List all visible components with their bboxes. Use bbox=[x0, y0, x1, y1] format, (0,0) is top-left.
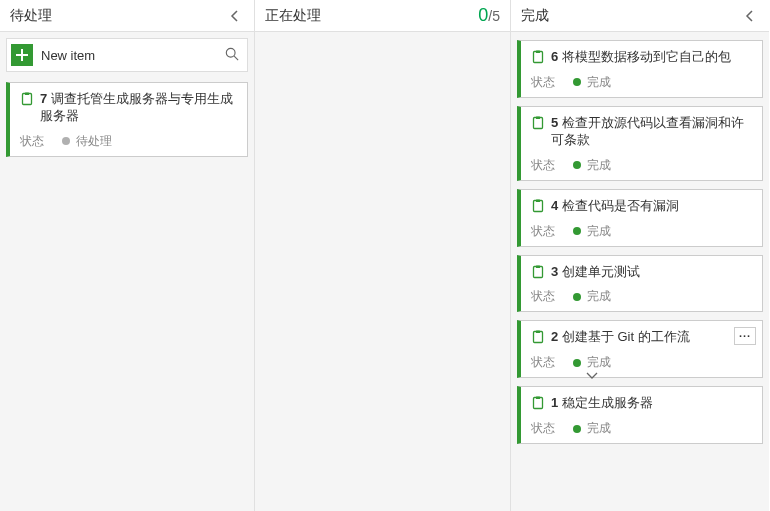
new-item-row[interactable]: New item bbox=[6, 38, 248, 72]
svg-rect-13 bbox=[536, 331, 540, 334]
status-value: 完成 bbox=[573, 223, 611, 240]
card-title: 2 创建基于 Git 的工作流 bbox=[551, 329, 690, 346]
card-title: 3 创建单元测试 bbox=[551, 264, 640, 281]
svg-rect-3 bbox=[25, 93, 29, 96]
column-done-title: 完成 bbox=[521, 7, 549, 25]
card-status-row: 状态完成 bbox=[531, 74, 752, 91]
status-dot-icon bbox=[573, 78, 581, 86]
clipboard-icon bbox=[531, 50, 545, 64]
card-title: 4 检查代码是否有漏洞 bbox=[551, 198, 679, 215]
column-processing-header: 正在处理 0/5 bbox=[255, 0, 510, 32]
card[interactable]: 4 检查代码是否有漏洞状态完成 bbox=[517, 189, 763, 247]
status-label: 状态 bbox=[531, 74, 555, 91]
chevron-down-icon[interactable] bbox=[586, 369, 598, 383]
svg-rect-15 bbox=[536, 397, 540, 400]
status-value: 完成 bbox=[573, 420, 611, 437]
card-title: 5 检查开放源代码以查看漏洞和许可条款 bbox=[551, 115, 752, 149]
svg-rect-11 bbox=[536, 265, 540, 268]
clipboard-icon bbox=[531, 396, 545, 410]
svg-point-0 bbox=[226, 48, 235, 57]
status-value: 完成 bbox=[573, 354, 611, 371]
status-label: 状态 bbox=[531, 157, 555, 174]
svg-line-1 bbox=[234, 56, 238, 60]
card-status-row: 状态 待处理 bbox=[20, 133, 237, 150]
status-label: 状态 bbox=[531, 420, 555, 437]
card-status-row: 状态完成 bbox=[531, 288, 752, 305]
column-pending-body: New item 7 调查托管生成服务器与专用生成服务器 状态 待处理 bbox=[0, 32, 254, 511]
status-label: 状态 bbox=[20, 133, 44, 150]
clipboard-icon bbox=[531, 199, 545, 213]
status-dot-icon bbox=[573, 425, 581, 433]
card-title: 6 将模型数据移动到它自己的包 bbox=[551, 49, 731, 66]
status-label: 状态 bbox=[531, 223, 555, 240]
add-button[interactable] bbox=[11, 44, 33, 66]
card-status-row: 状态完成 bbox=[531, 157, 752, 174]
svg-rect-14 bbox=[534, 398, 543, 409]
svg-rect-10 bbox=[534, 266, 543, 277]
status-dot-icon bbox=[573, 293, 581, 301]
status-value: 待处理 bbox=[62, 133, 112, 150]
card-title-row: 1 稳定生成服务器 bbox=[531, 395, 752, 412]
svg-rect-12 bbox=[534, 332, 543, 343]
card-title: 1 稳定生成服务器 bbox=[551, 395, 653, 412]
clipboard-icon bbox=[531, 330, 545, 344]
card-title-row: 5 检查开放源代码以查看漏洞和许可条款 bbox=[531, 115, 752, 149]
card[interactable]: 5 检查开放源代码以查看漏洞和许可条款状态完成 bbox=[517, 106, 763, 181]
collapse-button[interactable] bbox=[741, 7, 759, 25]
status-dot-icon bbox=[573, 161, 581, 169]
svg-rect-9 bbox=[536, 199, 540, 202]
svg-rect-7 bbox=[536, 116, 540, 119]
status-dot-icon bbox=[573, 359, 581, 367]
status-dot-icon bbox=[62, 137, 70, 145]
new-item-label: New item bbox=[41, 48, 225, 63]
column-processing-title: 正在处理 bbox=[265, 7, 321, 25]
status-value: 完成 bbox=[573, 74, 611, 91]
svg-rect-4 bbox=[534, 52, 543, 63]
card-title: 7 调查托管生成服务器与专用生成服务器 bbox=[40, 91, 237, 125]
column-processing: 正在处理 0/5 bbox=[255, 0, 511, 511]
card-title-row: 2 创建基于 Git 的工作流 bbox=[531, 329, 752, 346]
card[interactable]: 6 将模型数据移动到它自己的包状态完成 bbox=[517, 40, 763, 98]
search-icon[interactable] bbox=[225, 47, 239, 64]
column-done-body: 6 将模型数据移动到它自己的包状态完成5 检查开放源代码以查看漏洞和许可条款状态… bbox=[511, 32, 769, 511]
column-done: 完成 6 将模型数据移动到它自己的包状态完成5 检查开放源代码以查看漏洞和许可条… bbox=[511, 0, 769, 511]
status-dot-icon bbox=[573, 227, 581, 235]
column-pending-title: 待处理 bbox=[10, 7, 52, 25]
clipboard-icon bbox=[531, 265, 545, 279]
column-pending: 待处理 New item 7 调查托管生成服务器与专用生成服务器 状态 bbox=[0, 0, 255, 511]
svg-rect-2 bbox=[23, 94, 32, 105]
column-done-header: 完成 bbox=[511, 0, 769, 32]
card-more-button[interactable]: ··· bbox=[734, 327, 756, 345]
column-pending-header: 待处理 bbox=[0, 0, 254, 32]
card-title-row: 4 检查代码是否有漏洞 bbox=[531, 198, 752, 215]
clipboard-icon bbox=[531, 116, 545, 130]
status-value: 完成 bbox=[573, 288, 611, 305]
plus-icon bbox=[15, 48, 29, 62]
status-label: 状态 bbox=[531, 354, 555, 371]
column-processing-count: 0/5 bbox=[478, 5, 500, 26]
card[interactable]: 1 稳定生成服务器状态完成 bbox=[517, 386, 763, 444]
svg-rect-5 bbox=[536, 51, 540, 54]
svg-rect-6 bbox=[534, 117, 543, 128]
clipboard-icon bbox=[20, 92, 34, 106]
card[interactable]: 3 创建单元测试状态完成 bbox=[517, 255, 763, 313]
card-status-row: 状态完成 bbox=[531, 420, 752, 437]
status-value: 完成 bbox=[573, 157, 611, 174]
card-title-row: 7 调查托管生成服务器与专用生成服务器 bbox=[20, 91, 237, 125]
card-title-row: 6 将模型数据移动到它自己的包 bbox=[531, 49, 752, 66]
column-processing-body bbox=[255, 32, 510, 511]
status-label: 状态 bbox=[531, 288, 555, 305]
chevron-left-icon bbox=[230, 10, 240, 22]
card[interactable]: 2 创建基于 Git 的工作流···状态完成 bbox=[517, 320, 763, 378]
collapse-button[interactable] bbox=[226, 7, 244, 25]
card-title-row: 3 创建单元测试 bbox=[531, 264, 752, 281]
svg-rect-8 bbox=[534, 200, 543, 211]
chevron-left-icon bbox=[745, 10, 755, 22]
card[interactable]: 7 调查托管生成服务器与专用生成服务器 状态 待处理 bbox=[6, 82, 248, 157]
card-status-row: 状态完成 bbox=[531, 223, 752, 240]
card-status-row: 状态完成 bbox=[531, 354, 752, 371]
